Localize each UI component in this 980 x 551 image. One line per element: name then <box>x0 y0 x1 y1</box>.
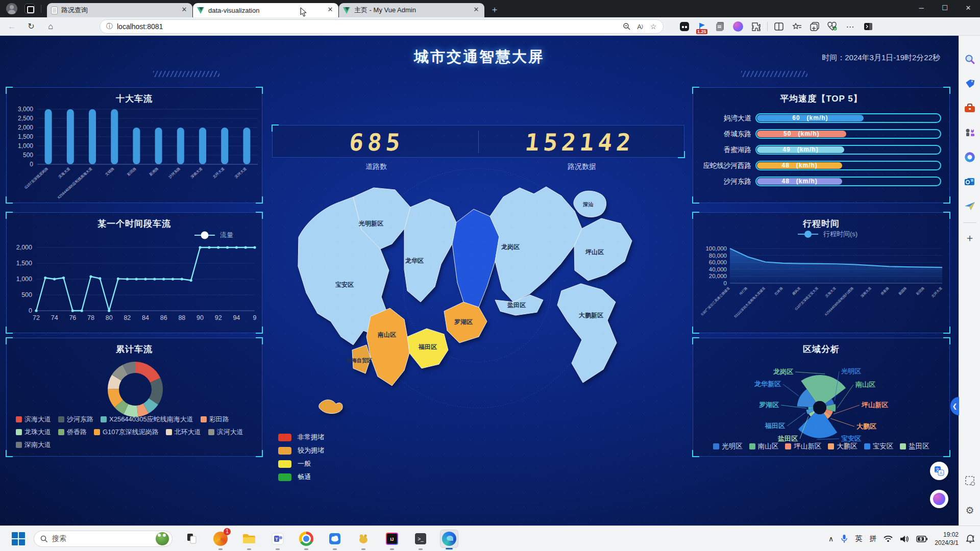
tab-data-visualization[interactable]: data-visualization ✕ <box>193 3 338 17</box>
taskbar-clock[interactable]: 19:02 2024/3/1 <box>935 531 959 547</box>
legend-item[interactable]: 滨河大道 <box>208 428 243 437</box>
shenzhen-map[interactable]: 宝安区光明新区龙华区龙岗区坪山区盐田区大鹏新区深汕罗湖区福田区南山区前海自贸区 <box>276 168 674 423</box>
wifi-icon[interactable] <box>884 535 893 542</box>
volume-icon[interactable] <box>900 535 909 543</box>
close-button[interactable]: ✕ <box>957 0 980 17</box>
battery-icon[interactable] <box>916 536 927 542</box>
legend-item[interactable]: X256440305应蛇线南海大道 <box>101 415 193 424</box>
svg-text:伶仃路: 伶仃路 <box>739 286 749 296</box>
microphone-icon[interactable] <box>841 534 848 543</box>
password-manager-icon[interactable] <box>678 20 691 33</box>
stat-panel: 685 152142 <box>272 125 684 158</box>
hidden-icons-chevron[interactable]: ∧ <box>828 535 834 543</box>
terminal-icon[interactable]: >_ <box>411 530 430 548</box>
legend-item[interactable]: 南山区 <box>749 442 779 451</box>
panel-top-traffic: 十大车流 05001,0001,5002,0002,5003,000G107京深… <box>6 87 262 203</box>
snipping-tool-icon[interactable] <box>183 530 201 548</box>
back-icon[interactable]: ← <box>4 19 19 34</box>
donut-legend[interactable]: 滨海大道沙河东路X256440305应蛇线南海大道彩田路龙珠大道侨香路G107京… <box>16 415 256 449</box>
outlook-icon[interactable] <box>963 174 977 189</box>
search-icon[interactable] <box>963 52 977 66</box>
games-icon[interactable] <box>963 126 977 140</box>
tab-close-icon[interactable]: ✕ <box>180 6 188 14</box>
rose-legend[interactable]: 光明区南山区坪山新区大鹏区宝安区盐田区 <box>693 442 949 451</box>
settings-gear-icon[interactable]: ⚙ <box>963 503 977 517</box>
legend-label: 一般 <box>298 459 311 468</box>
svg-text:1,500: 1,500 <box>18 133 33 140</box>
read-aloud-icon[interactable]: A) <box>633 20 647 33</box>
ai-assistant-icon[interactable] <box>930 490 948 508</box>
legend-item[interactable]: 侨香路 <box>58 428 87 437</box>
sidebar-divider <box>963 222 976 223</box>
split-screen-icon[interactable] <box>772 20 786 33</box>
taskbar-search[interactable]: 搜索 <box>34 531 173 547</box>
new-tab-button[interactable]: ＋ <box>488 3 501 16</box>
legend-item[interactable]: 龙珠大道 <box>16 428 51 437</box>
shopping-tag-icon[interactable] <box>963 77 977 91</box>
browser-orange-icon[interactable]: 1 <box>211 530 230 548</box>
more-options-icon[interactable]: ⋯ <box>844 20 857 33</box>
legend-item[interactable]: 滨海大道 <box>16 415 51 424</box>
chrome-icon[interactable] <box>297 530 315 548</box>
address-bar[interactable]: ⓘ localhost:8081 A) ☆ <box>100 19 664 34</box>
svg-text:G107京深线泥岗路: G107京深线泥岗路 <box>24 167 49 190</box>
legend-item[interactable]: 大鹏区 <box>828 442 857 451</box>
legend-item[interactable]: 宝安区 <box>864 442 894 451</box>
zoom-out-icon[interactable] <box>620 20 633 33</box>
svg-text:76: 76 <box>69 314 76 321</box>
tab-vue-admin[interactable]: 主页 - My Vue Admin ✕ <box>339 3 484 17</box>
svg-text:椰风道: 椰风道 <box>792 286 801 295</box>
start-button[interactable] <box>11 532 26 546</box>
ai-brain-icon[interactable] <box>731 20 745 33</box>
collections-icon[interactable] <box>790 20 803 33</box>
svg-text:福田区: 福田区 <box>765 422 785 430</box>
translate-icon[interactable]: 文A <box>930 462 948 480</box>
add-icon[interactable]: ＋ <box>963 231 977 245</box>
legend-item[interactable]: 坪山新区 <box>785 442 821 451</box>
favorite-star-icon[interactable]: ☆ <box>647 20 660 33</box>
browser-essentials-icon[interactable] <box>826 20 839 33</box>
legend-item[interactable]: 盐田区 <box>900 442 929 451</box>
intellij-idea-icon[interactable]: IJ <box>383 530 401 548</box>
maximize-button[interactable]: ☐ <box>933 0 957 17</box>
microsoft-365-icon[interactable] <box>963 150 977 164</box>
legend-item[interactable]: 彩田路 <box>201 415 229 424</box>
video-speed-icon[interactable]: 1.25 <box>696 20 709 33</box>
legend-item[interactable]: 光明区 <box>713 442 743 451</box>
edge-icon[interactable] <box>440 530 458 548</box>
send-icon[interactable] <box>963 199 977 213</box>
site-info-icon[interactable]: ⓘ <box>106 22 113 31</box>
duplicate-tab-icon[interactable] <box>808 20 821 33</box>
legend-item[interactable]: 沙河东路 <box>58 415 93 424</box>
search-highlight-image[interactable] <box>156 532 169 545</box>
cloud-drive-icon[interactable] <box>326 530 344 548</box>
pet-app-icon[interactable] <box>354 530 373 548</box>
file-explorer-icon[interactable] <box>240 530 258 548</box>
refresh-icon[interactable]: ↻ <box>23 19 39 34</box>
url-text[interactable]: localhost:8081 <box>117 22 620 31</box>
lang-pinyin-indicator[interactable]: 拼 <box>869 534 876 543</box>
tab-close-icon[interactable]: ✕ <box>472 6 480 14</box>
extensions-puzzle-icon[interactable] <box>749 20 763 33</box>
teams-icon[interactable]: T <box>268 530 287 548</box>
clock-date: 2024/3/1 <box>935 539 959 547</box>
reading-list-icon[interactable] <box>714 20 727 33</box>
sidebar-toggle-icon[interactable] <box>862 20 875 33</box>
profile-avatar[interactable] <box>6 3 17 14</box>
svg-text:新洲路: 新洲路 <box>148 166 159 177</box>
workspaces-icon[interactable] <box>24 4 35 14</box>
notification-bell-icon[interactable]: z <box>966 534 975 543</box>
lang-en-indicator[interactable]: 英 <box>855 534 862 543</box>
toolbox-icon[interactable] <box>963 101 977 115</box>
legend-item[interactable]: 北环大道 <box>166 428 201 437</box>
tab-close-icon[interactable]: ✕ <box>326 6 334 14</box>
legend-item[interactable]: G107京深线泥岗路 <box>94 428 159 437</box>
minimize-button[interactable]: ─ <box>910 0 933 17</box>
legend-item[interactable]: 深南大道 <box>16 440 51 449</box>
bar-chart: 05001,0001,5002,0002,5003,000G107京深线泥岗路滨… <box>7 88 262 203</box>
decor-hatch <box>153 71 219 77</box>
home-icon[interactable]: ⌂ <box>43 19 58 34</box>
screen-capture-icon[interactable] <box>963 473 977 488</box>
tab-traffic-query[interactable]: 路况查询 ✕ <box>47 3 192 17</box>
svg-text:2,000: 2,000 <box>16 244 32 251</box>
